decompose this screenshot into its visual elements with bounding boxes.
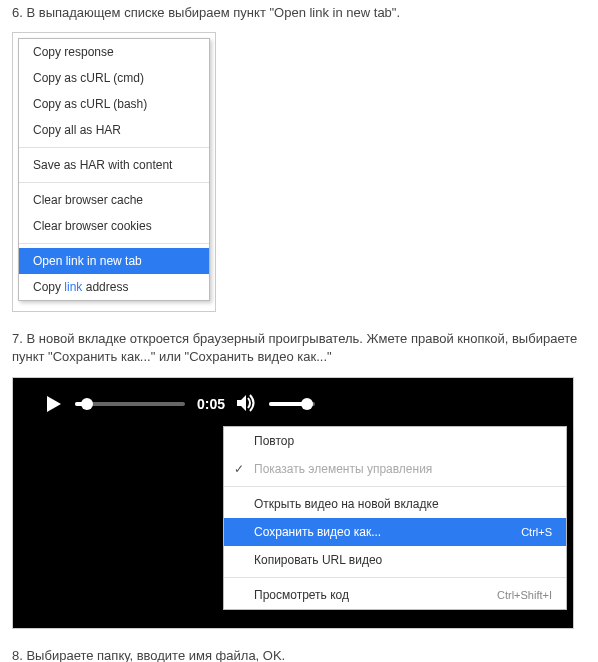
menu-item[interactable]: Просмотреть кодCtrl+Shift+I xyxy=(224,581,566,609)
context-menu-devtools: Copy responseCopy as cURL (cmd)Copy as c… xyxy=(18,38,210,301)
video-player-controls: 0:05 xyxy=(45,394,315,415)
menu-separator xyxy=(19,147,209,148)
menu-item[interactable]: Copy as cURL (bash) xyxy=(19,91,209,117)
screenshot-1-frame: Copy responseCopy as cURL (cmd)Copy as c… xyxy=(12,32,216,312)
menu-item-label: Просмотреть код xyxy=(254,588,349,602)
volume-slider[interactable] xyxy=(269,402,315,406)
playback-time: 0:05 xyxy=(197,396,225,412)
menu-item[interactable]: ✓Показать элементы управления xyxy=(224,455,566,483)
menu-item[interactable]: Copy as cURL (cmd) xyxy=(19,65,209,91)
context-menu-video: Повтор✓Показать элементы управленияОткры… xyxy=(223,426,567,610)
step-6-text: 6. В выпадающем списке выбираем пункт "O… xyxy=(0,0,598,26)
play-icon[interactable] xyxy=(45,395,63,413)
menu-item[interactable]: Clear browser cache xyxy=(19,187,209,213)
menu-item[interactable]: Копировать URL видео xyxy=(224,546,566,574)
menu-item-shortcut: Ctrl+S xyxy=(521,526,552,538)
menu-separator xyxy=(19,243,209,244)
menu-separator xyxy=(19,182,209,183)
step-8-text: 8. Выбираете папку, вводите имя файла, O… xyxy=(0,643,598,662)
menu-item[interactable]: Открыть видео на новой вкладке xyxy=(224,490,566,518)
menu-item-label: Показать элементы управления xyxy=(254,462,432,476)
menu-separator xyxy=(224,486,566,487)
check-icon: ✓ xyxy=(234,462,244,476)
menu-item-label: Сохранить видео как... xyxy=(254,525,381,539)
menu-item[interactable]: Copy response xyxy=(19,39,209,65)
menu-item-label: Повтор xyxy=(254,434,294,448)
menu-separator xyxy=(224,577,566,578)
menu-item[interactable]: Clear browser cookies xyxy=(19,213,209,239)
menu-item-shortcut: Ctrl+Shift+I xyxy=(497,589,552,601)
progress-slider[interactable] xyxy=(75,402,185,406)
menu-item-label: Копировать URL видео xyxy=(254,553,382,567)
menu-item[interactable]: Повтор xyxy=(224,427,566,455)
menu-item-label: Открыть видео на новой вкладке xyxy=(254,497,439,511)
volume-icon[interactable] xyxy=(237,394,257,415)
menu-item[interactable]: Open link in new tab xyxy=(19,248,209,274)
menu-item[interactable]: Save as HAR with content xyxy=(19,152,209,178)
menu-item[interactable]: Copy all as HAR xyxy=(19,117,209,143)
svg-marker-0 xyxy=(47,396,61,412)
menu-item[interactable]: Copy link address xyxy=(19,274,209,300)
screenshot-2-frame: 0:05 Повтор✓Показать элементы управления… xyxy=(12,377,574,629)
svg-marker-1 xyxy=(237,395,246,411)
menu-item[interactable]: Сохранить видео как...Ctrl+S xyxy=(224,518,566,546)
step-7-text: 7. В новой вкладке откроется браузерный … xyxy=(0,326,598,370)
